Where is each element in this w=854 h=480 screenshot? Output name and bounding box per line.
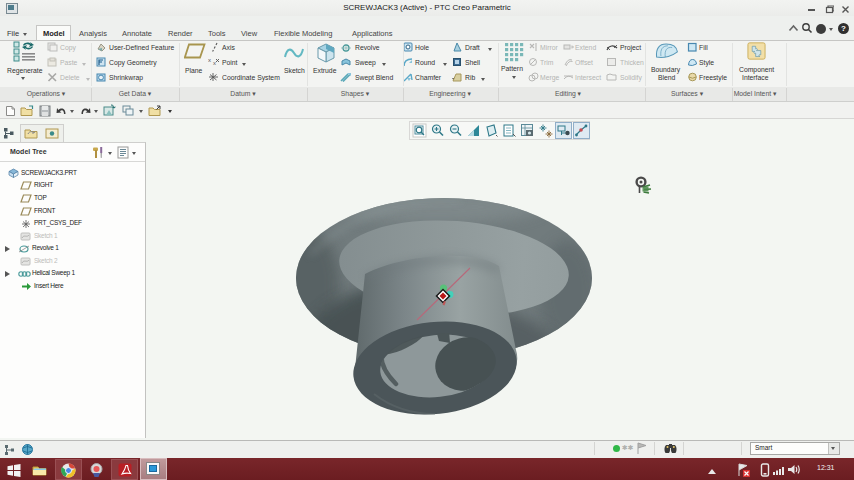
svg-text:x: x	[208, 57, 211, 63]
svg-text:x: x	[213, 60, 216, 66]
